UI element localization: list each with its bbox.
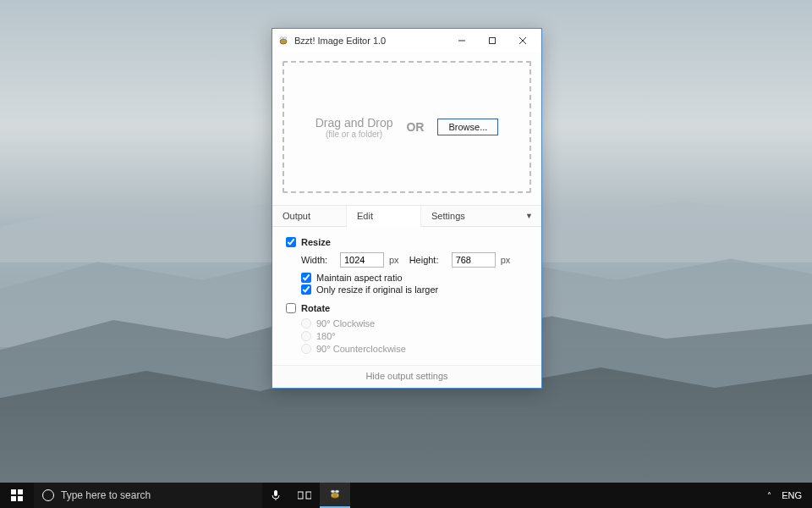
- dropzone-main-label: Drag and Drop: [315, 116, 393, 130]
- svg-rect-12: [11, 496, 16, 501]
- svg-rect-7: [490, 38, 496, 44]
- rotate-option-row: 90° Counterclockwise: [301, 344, 528, 354]
- rotate-label: Rotate: [301, 303, 330, 313]
- chevron-down-icon: ▼: [525, 212, 533, 220]
- height-input[interactable]: [452, 252, 496, 268]
- rotate-180-radio[interactable]: [301, 331, 311, 341]
- only-if-larger-checkbox[interactable]: [301, 284, 311, 295]
- tab-edit[interactable]: Edit: [347, 206, 421, 227]
- svg-point-23: [335, 490, 338, 493]
- desktop-background: Bzzt! Image Editor 1.0 Drag and Drop (fi…: [0, 0, 812, 508]
- rotate-90ccw-radio[interactable]: [301, 344, 311, 354]
- rotate-90cw-label: 90° Clockwise: [316, 318, 375, 329]
- svg-point-5: [283, 37, 287, 40]
- titlebar[interactable]: Bzzt! Image Editor 1.0: [272, 29, 541, 52]
- rotate-option-row: 90° Clockwise: [301, 318, 528, 329]
- windows-icon: [11, 489, 23, 501]
- only-if-larger-row: Only resize if original is larger: [301, 284, 528, 295]
- svg-rect-13: [18, 496, 23, 501]
- language-indicator[interactable]: ENG: [782, 490, 802, 500]
- taskbar: Type here to search ˄ ENG: [0, 483, 812, 508]
- microphone-icon: [271, 489, 281, 501]
- tab-output[interactable]: Output: [272, 206, 347, 226]
- maintain-ratio-label: Maintain aspect ratio: [316, 273, 403, 283]
- rotate-section-header: Rotate: [286, 303, 528, 313]
- window-title: Bzzt! Image Editor 1.0: [294, 36, 447, 46]
- resize-label: Resize: [301, 237, 331, 247]
- svg-rect-10: [11, 489, 16, 494]
- height-unit: px: [501, 255, 511, 265]
- rotate-180-label: 180°: [316, 331, 336, 341]
- dropzone-sub-label: (file or a folder): [315, 130, 393, 139]
- svg-rect-14: [274, 490, 277, 496]
- dropzone-or-label: OR: [406, 120, 424, 134]
- start-button[interactable]: [0, 483, 34, 508]
- width-label: Width:: [301, 255, 335, 265]
- only-if-larger-label: Only resize if original is larger: [316, 284, 438, 295]
- dropzone[interactable]: Drag and Drop (file or a folder) OR Brow…: [283, 61, 531, 193]
- close-button[interactable]: [508, 30, 538, 51]
- rotate-option-row: 180°: [301, 331, 528, 341]
- width-input[interactable]: [340, 252, 384, 268]
- rotate-options: 90° Clockwise 180° 90° Counterclockwise: [301, 318, 528, 354]
- height-label: Height:: [409, 255, 447, 265]
- tab-settings-label: Settings: [431, 211, 465, 221]
- maximize-button[interactable]: [477, 30, 508, 51]
- minimize-button[interactable]: [447, 30, 477, 51]
- svg-rect-16: [298, 492, 303, 499]
- task-view-icon: [298, 490, 311, 500]
- cortana-icon: [42, 489, 54, 501]
- resize-section-header: Resize: [286, 237, 528, 247]
- mic-button[interactable]: [262, 483, 289, 508]
- maintain-ratio-checkbox[interactable]: [301, 273, 311, 283]
- taskbar-app-bzzt[interactable]: [320, 483, 350, 508]
- svg-rect-11: [18, 489, 23, 494]
- bee-icon: [277, 35, 289, 47]
- hide-output-settings-link[interactable]: Hide output settings: [272, 365, 541, 388]
- resize-checkbox[interactable]: [286, 237, 296, 247]
- tray-overflow-button[interactable]: ˄: [767, 491, 771, 500]
- rotate-checkbox[interactable]: [286, 303, 296, 313]
- rotate-section: Rotate 90° Clockwise 180° 90° Counterclo…: [286, 303, 528, 354]
- width-unit: px: [389, 255, 399, 265]
- search-placeholder: Type here to search: [61, 489, 151, 501]
- svg-rect-17: [306, 492, 311, 499]
- rotate-90cw-radio[interactable]: [301, 318, 311, 329]
- tab-settings[interactable]: Settings ▼: [421, 206, 541, 226]
- resize-dimensions-row: Width: px Height: px: [301, 252, 528, 268]
- svg-point-22: [331, 490, 334, 493]
- dropzone-text: Drag and Drop (file or a folder): [315, 116, 393, 139]
- browse-button[interactable]: Browse...: [437, 119, 498, 135]
- taskbar-search[interactable]: Type here to search: [34, 483, 262, 508]
- edit-panel: Resize Width: px Height: px Maintain asp…: [272, 227, 541, 365]
- tabs: Output Edit Settings ▼: [272, 205, 541, 227]
- svg-point-4: [280, 37, 283, 40]
- app-window: Bzzt! Image Editor 1.0 Drag and Drop (fi…: [272, 28, 542, 389]
- bee-icon: [328, 488, 342, 501]
- task-view-button[interactable]: [289, 483, 320, 508]
- system-tray: ˄ ENG: [757, 483, 812, 508]
- rotate-90ccw-label: 90° Counterclockwise: [316, 344, 406, 354]
- maintain-ratio-row: Maintain aspect ratio: [301, 273, 528, 283]
